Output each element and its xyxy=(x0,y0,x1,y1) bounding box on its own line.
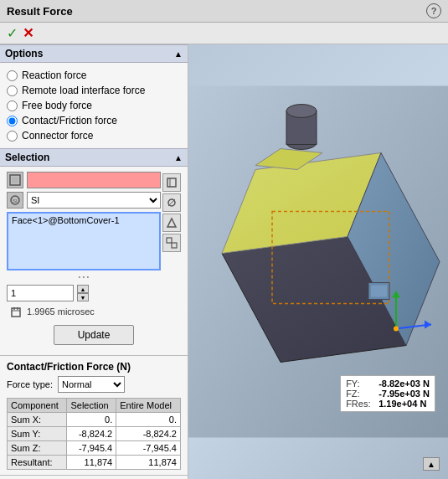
timestamp: 1.9965 microsec xyxy=(7,305,181,320)
cell-resultant-sel: 11,874 xyxy=(67,456,116,470)
radio-connector-label: Connector force xyxy=(22,130,93,142)
left-panel: Options ▲ Reaction force Remote load int… xyxy=(0,44,188,479)
cancel-button[interactable]: ✕ xyxy=(23,25,33,41)
radio-free-body-input[interactable] xyxy=(7,100,18,111)
fres-value: 1.19e+04 N xyxy=(378,399,426,409)
update-button[interactable]: Update xyxy=(54,325,135,345)
sel-unit-row: SI SI xyxy=(7,192,161,209)
force-type-select[interactable]: Normal Friction Total xyxy=(58,376,125,393)
fres-row: FRes: 1.19e+04 N xyxy=(346,399,430,409)
radio-free-body-label: Free body force xyxy=(22,100,92,111)
confirm-button[interactable]: ✓ xyxy=(7,25,18,41)
svg-text:SI: SI xyxy=(13,198,18,203)
fz-label: FZ: xyxy=(346,389,375,399)
radio-reaction-force-label: Reaction force xyxy=(22,70,86,81)
options-chevron: ▲ xyxy=(174,49,183,59)
top-bar: Result Force ? xyxy=(0,0,448,23)
svg-rect-11 xyxy=(12,308,20,317)
radio-connector-input[interactable] xyxy=(7,131,18,142)
force-data-table: Component Selection Entire Model Sum X: … xyxy=(7,398,181,470)
cell-sumx-sel: 0. xyxy=(67,413,116,427)
cell-sumy-model: -8,824.2 xyxy=(116,427,181,441)
fz-value: -7.95e+03 N xyxy=(378,389,430,399)
force-annotation-box: FY: -8.82e+03 N FZ: -7.95e+03 N FRes: 1.… xyxy=(340,375,435,412)
force-type-label: Force type: xyxy=(7,379,53,389)
fres-label: FRes: xyxy=(346,399,375,409)
radio-reaction-force-input[interactable] xyxy=(7,70,18,81)
fy-label: FY: xyxy=(346,379,375,389)
panel-title: Result Force xyxy=(7,5,420,18)
quantity-row: ▲ ▼ xyxy=(7,285,181,301)
sel-listbox[interactable]: Face<1>@BottomCover-1 xyxy=(7,212,161,270)
radio-remote-load-label: Remote load interface force xyxy=(22,85,145,96)
radio-contact-friction[interactable]: Contact/Friction force xyxy=(7,113,181,128)
side-icon-3[interactable] xyxy=(162,214,181,232)
action-row: ✓ ✕ xyxy=(0,23,448,44)
help-button[interactable]: ? xyxy=(426,3,441,18)
svg-marker-8 xyxy=(167,219,176,227)
svg-rect-9 xyxy=(167,238,172,243)
3d-viewport[interactable]: FY: -8.82e+03 N FZ: -7.95e+03 N FRes: 1.… xyxy=(188,44,448,479)
table-row-sumx: Sum X: 0. 0. xyxy=(8,413,181,427)
col-entire-model: Entire Model xyxy=(116,399,181,413)
radio-contact-friction-input[interactable] xyxy=(7,116,18,126)
sel-unit-icon: SI xyxy=(7,192,23,209)
fy-row: FY: -8.82e+03 N xyxy=(346,379,430,389)
sel-face-input[interactable] xyxy=(27,172,161,188)
selection-section-header[interactable]: Selection ▲ xyxy=(0,148,188,167)
response-row: Response Graph: xyxy=(0,475,188,479)
sel-face-icon xyxy=(7,172,23,188)
cell-sumy-sel: -8,824.2 xyxy=(67,427,116,441)
force-type-row: Force type: Normal Friction Total xyxy=(7,376,181,393)
quantity-input[interactable] xyxy=(7,285,74,301)
radio-remote-load[interactable]: Remote load interface force xyxy=(7,83,181,98)
svg-rect-1 xyxy=(12,177,18,183)
options-label: Options xyxy=(5,48,43,59)
unit-select[interactable]: SI xyxy=(27,192,161,209)
cell-sumy-label: Sum Y: xyxy=(8,427,67,441)
scroll-indicator: • • • xyxy=(7,272,161,281)
svg-point-23 xyxy=(286,105,317,118)
radio-reaction-force[interactable]: Reaction force xyxy=(7,68,181,83)
svg-rect-4 xyxy=(167,178,176,187)
table-row-resultant: Resultant: 11,874 11,874 xyxy=(8,456,181,470)
sel-side-icons xyxy=(162,172,181,281)
radio-connector[interactable]: Connector force xyxy=(7,128,181,143)
cell-sumx-model: 0. xyxy=(116,413,181,427)
fz-row: FZ: -7.95e+03 N xyxy=(346,389,430,399)
cell-resultant-model: 11,874 xyxy=(116,456,181,470)
col-selection: Selection xyxy=(67,399,116,413)
col-component: Component xyxy=(8,399,67,413)
timestamp-value: 1.9965 microsec xyxy=(27,306,95,317)
table-row-sumy: Sum Y: -8,824.2 -8,824.2 xyxy=(8,427,181,441)
radio-remote-load-input[interactable] xyxy=(7,85,18,96)
radio-free-body[interactable]: Free body force xyxy=(7,98,181,113)
svg-rect-26 xyxy=(371,286,387,297)
spin-down[interactable]: ▼ xyxy=(77,293,89,301)
svg-rect-10 xyxy=(172,243,177,248)
selection-label: Selection xyxy=(5,152,49,163)
cf-title: Contact/Friction Force (N) xyxy=(7,361,181,373)
sel-listbox-item: Face<1>@BottomCover-1 xyxy=(12,215,156,225)
chevron-up-button[interactable]: ▲ xyxy=(423,457,440,471)
options-body: Reaction force Remote load interface for… xyxy=(0,63,188,148)
cell-sumz-model: -7,945.4 xyxy=(116,441,181,456)
table-row-sumz: Sum Z: -7,945.4 -7,945.4 xyxy=(8,441,181,456)
side-icon-1[interactable] xyxy=(162,173,181,192)
fy-value: -8.82e+03 N xyxy=(378,379,430,389)
sel-input-row xyxy=(7,172,161,188)
radio-contact-friction-label: Contact/Friction force xyxy=(22,115,117,126)
cell-sumx-label: Sum X: xyxy=(8,413,67,427)
quantity-spinner: ▲ ▼ xyxy=(77,285,89,301)
cell-sumz-sel: -7,945.4 xyxy=(67,441,116,456)
side-icon-2[interactable] xyxy=(162,193,181,212)
side-icon-4[interactable] xyxy=(162,234,181,252)
selection-chevron: ▲ xyxy=(174,153,183,162)
spin-up[interactable]: ▲ xyxy=(77,285,89,293)
cell-resultant-label: Resultant: xyxy=(8,456,67,470)
cell-sumz-label: Sum Z: xyxy=(8,441,67,456)
options-section-header[interactable]: Options ▲ xyxy=(0,44,188,63)
selection-body: SI SI Face<1>@BottomCover-1 • • • xyxy=(0,167,188,355)
svg-point-31 xyxy=(394,327,399,332)
cf-section: Contact/Friction Force (N) Force type: N… xyxy=(0,355,188,475)
